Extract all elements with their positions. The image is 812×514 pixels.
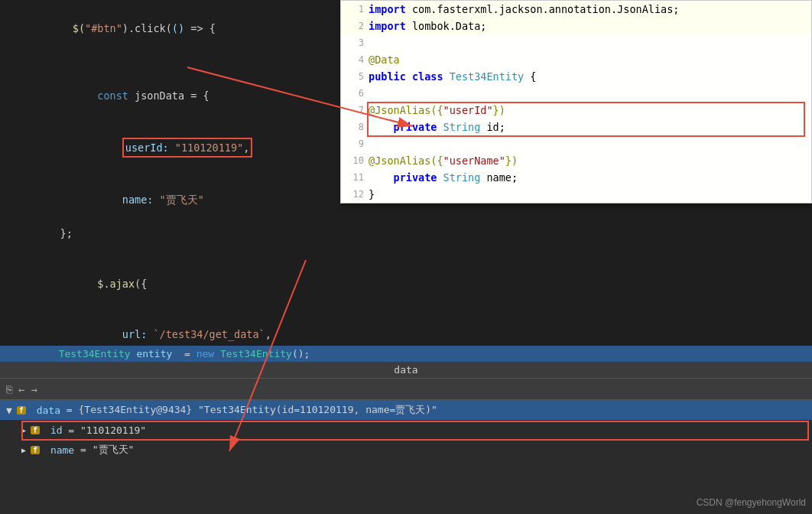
code-line-closebrace: }; — [0, 225, 512, 242]
popup-jsonalias-block: 7 @JsonAlias({"userId"}) 8 private Strin… — [341, 102, 811, 135]
debug-icon-f-data: f — [17, 406, 26, 415]
execution-line: Test34Entity entity = new Test34Entity()… — [0, 346, 812, 362]
popup-data-annotation: 4 @Data — [341, 51, 811, 68]
copy-icon[interactable]: ⎘ — [6, 383, 12, 395]
popup-jsonalias: 7 @JsonAlias({"userId"}) — [341, 102, 811, 119]
java-popup: 1 import com.fasterxml.jackson.annotatio… — [340, 0, 812, 203]
debug-id-wrapper: ▶ f id = "110120119" — [0, 420, 812, 440]
debug-name-label: name — [44, 444, 74, 456]
popup-class-decl: 5 public class Test34Entity { — [341, 68, 811, 85]
popup-jsonalias-name: 10 @JsonAlias({"userName"}) — [341, 152, 811, 169]
debug-icon-f-name: f — [31, 446, 40, 454]
code-line-blank2 — [0, 242, 512, 259]
popup-private-name: 11 private String name; — [341, 169, 811, 186]
debug-expand-arrow-id: ▶ — [21, 426, 26, 434]
popup-blank1: 3 — [341, 34, 811, 51]
code-line-ajax: $.ajax({ — [0, 259, 512, 309]
debug-icon-f-id: f — [31, 426, 40, 434]
debug-item-name[interactable]: ▶ f name = "贾飞天" — [0, 440, 812, 460]
forward-icon[interactable]: → — [31, 383, 37, 395]
popup-blank3: 9 — [341, 135, 811, 152]
debug-item-data[interactable]: ▼ f data = {Test34Entity@9434} "Test34En… — [0, 400, 812, 420]
watermark: CSDN @fengyehongWorld — [697, 497, 806, 508]
popup-import2: 2 import lombok.Data; — [341, 18, 811, 34]
debug-id-label: id — [44, 425, 62, 436]
popup-private-id: 8 private String id; — [341, 119, 811, 135]
debug-expand-arrow-name: ▶ — [21, 446, 26, 454]
popup-import1: 1 import com.fasterxml.jackson.annotatio… — [341, 1, 811, 18]
popup-blank2: 6 — [341, 85, 811, 102]
back-icon[interactable]: ← — [18, 383, 24, 395]
debug-item-value-data: = {Test34Entity@9434} "Test34Entity(id=1… — [60, 403, 437, 417]
debug-item-label-data: data — [31, 405, 60, 416]
debug-id-value: = "110120119" — [63, 425, 147, 436]
debug-toolbar[interactable]: ⎘ ← → — [0, 379, 812, 400]
debug-name-value: = "贾飞天" — [74, 443, 134, 457]
debug-item-id[interactable]: ▶ f id = "110120119" — [0, 420, 812, 440]
debug-data-header: data — [0, 362, 812, 379]
debug-expand-arrow: ▼ — [6, 405, 12, 416]
popup-close: 12 } — [341, 186, 811, 203]
debug-panel: Test34Entity entity = new Test34Entity()… — [0, 346, 812, 514]
